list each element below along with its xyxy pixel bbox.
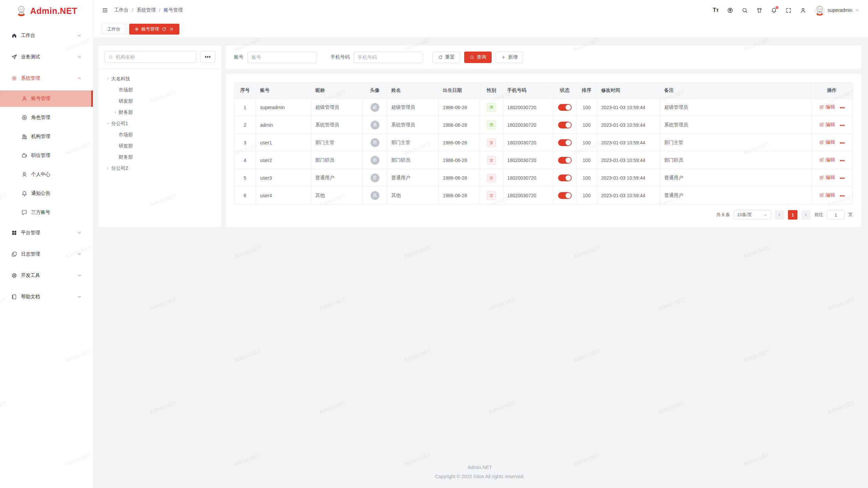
sidebar-item-label: 三方账号 [31,209,85,216]
tree-node[interactable]: 大名科技 [101,73,219,84]
cell-nickname: 部门职员 [311,151,363,169]
chevron-icon [77,273,82,278]
cell-avatar: 普 [363,169,387,187]
org-search-input[interactable] [116,54,192,60]
sidebar-item-org-manage[interactable]: 机构管理 [0,128,93,145]
theme-shirt-icon[interactable] [756,7,763,14]
edit-button[interactable]: 编辑 [819,192,835,198]
font-size-icon[interactable]: Tт [713,7,719,13]
breadcrumb-item[interactable]: 账号管理 [164,7,183,13]
sidebar-item-account-manage[interactable]: 账号管理 [0,90,93,107]
logo[interactable]: Admin.NET [0,0,93,22]
tree-node[interactable]: 财务部 [101,151,219,163]
page-size-select[interactable]: 10条/页 [734,210,771,220]
user-menu[interactable]: superadmin [814,5,860,16]
fullscreen-icon[interactable] [785,7,792,14]
sidebar-item-personal-center[interactable]: 个人中心 [0,166,93,183]
tab-account-manage[interactable]: 账号管理 [129,24,179,35]
edit-button[interactable]: 编辑 [819,139,835,145]
sidebar-item-dev-tools[interactable]: 开发工具 [0,266,93,285]
sidebar-item-platform-manage[interactable]: 平台管理 [0,223,93,242]
more-actions-button[interactable]: ••• [840,158,845,163]
status-toggle[interactable] [558,139,572,146]
edit-button[interactable]: 编辑 [819,104,835,110]
edit-button[interactable]: 编辑 [819,175,835,181]
refresh-tab-icon[interactable] [162,27,166,32]
column-header-name: 姓名 [387,83,439,99]
cell-modified_time: 2023-01-03 10:59:44 [597,99,660,116]
add-button[interactable]: 新增 [496,52,523,63]
org-search-field[interactable] [104,51,196,63]
current-page[interactable]: 1 [788,210,797,220]
query-panel: 账号 手机号码 重置 [225,45,861,69]
next-page-button[interactable] [801,210,811,220]
cell-index: 6 [234,187,256,204]
tree-node[interactable]: 市场部 [101,84,219,96]
caret-icon[interactable] [104,165,111,172]
status-toggle[interactable] [558,104,572,111]
goto-page-input[interactable] [827,210,845,220]
column-header-index: 序号 [234,83,256,99]
caret-icon[interactable] [104,76,111,82]
account-input[interactable] [248,52,317,63]
more-actions-button[interactable]: ••• [840,105,845,110]
tree-node[interactable]: 分公司1 [101,118,219,129]
search-button[interactable]: 查询 [464,52,492,63]
tree-node[interactable]: 分公司2 [101,163,219,174]
sidebar-item-notice[interactable]: 通知公告 [0,185,93,202]
phone-input[interactable] [354,52,423,63]
breadcrumb-item[interactable]: 工作台 [114,7,129,13]
sidebar-item-business-test[interactable]: 业务测试 [0,47,93,66]
tab-label: 工作台 [107,26,120,32]
cell-name: 超级管理员 [387,99,439,116]
bell-icon [21,190,27,197]
more-actions-button[interactable]: ••• [840,123,845,128]
menu-fold-icon[interactable] [102,7,108,14]
user-icon[interactable] [800,7,806,14]
sidebar-item-label: 业务测试 [21,54,77,60]
tree-node[interactable]: 财务部 [101,107,219,118]
prev-page-button[interactable] [775,210,784,220]
reset-button[interactable]: 重置 [433,52,460,63]
sidebar-item-role-manage[interactable]: 角色管理 [0,109,93,126]
tree-node[interactable]: 研发部 [101,140,219,151]
cell-account: superadmin [256,99,311,116]
tree-node[interactable]: 市场部 [101,129,219,140]
status-toggle[interactable] [558,192,572,199]
active-dot-icon [135,27,139,31]
tab-workbench[interactable]: 工作台 [102,24,126,35]
sidebar-item-system-manage[interactable]: 系统管理 [0,69,93,88]
more-actions-button[interactable]: ••• [840,193,845,199]
brand-name: Admin.NET [30,6,77,16]
chat-icon [21,209,27,216]
tree-node[interactable]: 研发部 [101,96,219,107]
cell-remark: 普通用户 [660,169,811,187]
sidebar-item-label: 帮助文档 [21,294,77,300]
caret-icon[interactable] [112,109,119,116]
status-toggle[interactable] [558,157,572,164]
search-icon[interactable] [742,7,748,14]
plus-icon [501,55,506,60]
more-actions-button[interactable]: ••• [840,176,845,181]
sidebar-item-third-account[interactable]: 三方账号 [0,204,93,221]
close-tab-icon[interactable] [169,27,174,32]
edit-button[interactable]: 编辑 [819,157,835,163]
sidebar-item-help-docs[interactable]: 帮助文档 [0,287,93,306]
sidebar-item-log-manage[interactable]: 日志管理 [0,245,93,264]
gender-badge: 女 [487,138,496,147]
sidebar-item-label: 角色管理 [31,115,85,121]
language-icon[interactable] [727,7,733,14]
breadcrumb-item[interactable]: 系统管理 [137,7,156,13]
home-icon [11,33,17,39]
status-toggle[interactable] [558,122,572,128]
org-more-button[interactable]: ••• [200,51,215,63]
sidebar-item-workbench[interactable]: 工作台 [0,26,93,45]
more-actions-button[interactable]: ••• [840,140,845,146]
status-toggle[interactable] [558,175,572,181]
caret-icon[interactable] [104,120,111,127]
notification-bell-icon[interactable] [771,7,777,14]
cell-status [553,169,576,187]
search-label: 查询 [477,54,486,60]
edit-button[interactable]: 编辑 [819,122,835,128]
sidebar-item-position-manage[interactable]: 职位管理 [0,147,93,164]
